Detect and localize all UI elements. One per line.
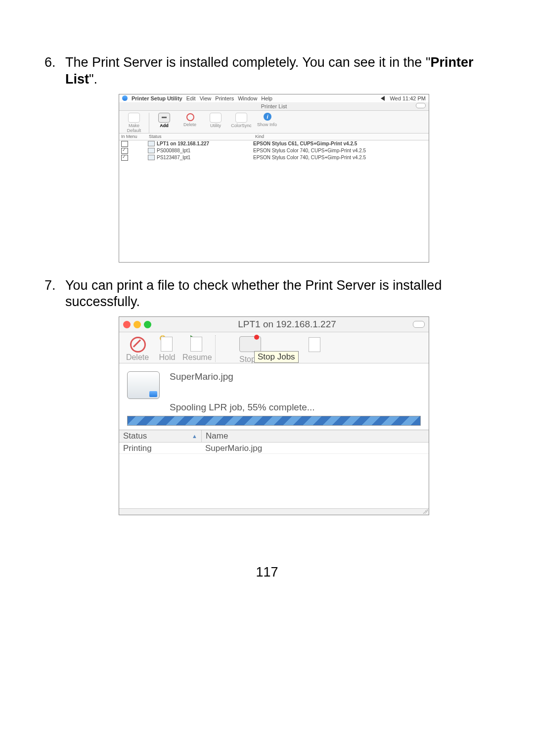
printer-icon [148,141,155,146]
cell-status: Printing [119,443,201,453]
menubar-clock: Wed 11:42 PM [390,95,426,101]
progress-fill [128,416,420,425]
menu-view[interactable]: View [200,95,212,101]
hold-label: Hold [153,353,181,362]
step-6-text-a: The Print Server is installed completely… [65,55,430,70]
hold-icon [153,335,181,353]
minimize-window-button[interactable] [134,321,141,328]
make-default-label: Make Default [127,123,141,133]
zoom-window-button[interactable] [144,321,151,328]
printer-row[interactable]: LPT1 on 192.168.1.227 EPSON Stylus C61, … [119,140,429,147]
table-header: Status ▲ Name [119,430,429,443]
delete-label: Delete [123,353,152,362]
printer-row[interactable]: PS123487_lpt1 EPSON Stylus Color 740, CU… [119,154,429,161]
utility-button[interactable]: Utility [204,113,227,133]
printer-row[interactable]: PS000888_lpt1 EPSON Stylus Color 740, CU… [119,147,429,154]
menu-printers[interactable]: Printers [215,95,234,101]
printer-name: PS123487_lpt1 [157,155,253,160]
col-status[interactable]: Status [149,133,255,140]
step-7: 7. You can print a file to check whether… [44,277,490,311]
add-printer-button[interactable]: Add [152,113,176,133]
resume-icon [182,335,211,353]
job-table: Status ▲ Name Printing SuperMario.jpg [119,430,429,508]
window-title-bar: Printer List [119,102,429,111]
col-status[interactable]: Status ▲ [119,430,202,442]
close-window-button[interactable] [123,321,131,328]
stop-jobs-tooltip: Stop Jobs [254,351,299,363]
resize-handle[interactable] [119,508,429,515]
in-menu-checkbox[interactable] [121,155,128,161]
delete-icon [123,335,152,353]
hold-job-button[interactable]: Hold [153,335,181,362]
step-6-text-c: ". [89,72,97,87]
menu-edit[interactable]: Edit [186,95,196,101]
stop-jobs-button[interactable]: Stop Jc Stop Jobs [239,335,299,362]
toolbar-toggle-button[interactable] [416,103,426,108]
menu-bar: Printer Setup Utility Edit View Printers… [119,94,429,103]
speaker-icon[interactable] [381,96,385,101]
info-icon [262,113,272,122]
printer-kind: EPSON Stylus C61, CUPS+Gimp-Print v4.2.5 [253,141,427,146]
menu-help[interactable]: Help [261,95,272,101]
progress-bar [127,416,421,426]
show-info-button[interactable]: Show Info [255,113,279,133]
col-in-menu[interactable]: In Menu [119,133,149,140]
delete-job-button[interactable]: Delete [123,335,152,362]
col-kind[interactable]: Kind [255,133,429,140]
column-headers: In Menu Status Kind [119,133,429,140]
printer-kind: EPSON Stylus Color 740, CUPS+Gimp-Print … [253,155,427,160]
page-number: 117 [44,565,490,580]
in-menu-checkbox[interactable] [121,148,128,154]
job-file-name: SuperMario.jpg [170,371,421,382]
toolbar-separator [215,335,235,362]
document-icon [300,335,329,362]
table-blank-area [119,453,429,508]
colorsync-icon [235,113,247,123]
cell-name: SuperMario.jpg [201,443,429,453]
toolbar: Make Default Add Delete Utility ColorSyn… [119,111,429,133]
col-name[interactable]: Name [202,430,429,442]
window-title: LPT1 on 192.168.1.227 [161,319,413,330]
job-toolbar: Delete Hold Resume Stop Jc Stop Jobs [119,332,429,363]
step-6: 6. The Print Server is installed complet… [44,54,490,88]
printer-image-icon [127,371,160,399]
step-7-number: 7. [44,277,65,311]
printer-rows: LPT1 on 192.168.1.227 EPSON Stylus C61, … [119,140,429,262]
printer-name: PS000888_lpt1 [157,148,253,153]
printer-list-window: Printer Setup Utility Edit View Printers… [119,94,429,263]
step-6-number: 6. [44,54,65,88]
current-job-panel: SuperMario.jpg Spooling LPR job, 55% com… [119,363,429,430]
title-bar: LPT1 on 192.168.1.227 [119,317,429,332]
printer-icon [148,148,155,153]
toolbar-toggle-button[interactable] [413,321,425,328]
delete-printer-button[interactable]: Delete [178,113,202,133]
delete-icon [184,113,195,122]
colorsync-button[interactable]: ColorSync [229,113,253,133]
make-default-button[interactable]: Make Default [122,113,146,133]
colorsync-label: ColorSync [231,123,252,128]
apple-menu-icon[interactable] [122,95,128,101]
add-label: Add [160,123,169,128]
show-info-label: Show Info [257,122,277,127]
utility-label: Utility [210,123,221,128]
window-title: Printer List [261,103,287,109]
step-7-text: You can print a file to check whether th… [65,277,490,311]
col-status-label: Status [123,431,147,441]
utility-icon [210,113,222,123]
sort-indicator-icon: ▲ [192,433,197,439]
resume-job-button[interactable]: Resume [182,335,211,362]
printer-name: LPT1 on 192.168.1.227 [157,141,253,146]
printer-icon [148,155,155,160]
print-job-window: LPT1 on 192.168.1.227 Delete Hold Resume… [119,316,429,515]
printer-kind: EPSON Stylus Color 740, CUPS+Gimp-Print … [253,148,427,153]
step-6-text: The Print Server is installed completely… [65,54,490,88]
stop-indicator-icon [254,335,259,340]
window-traffic-lights [123,321,151,328]
add-icon [158,113,170,123]
in-menu-checkbox[interactable] [121,141,128,147]
app-menu[interactable]: Printer Setup Utility [132,95,182,101]
job-status-text: Spooling LPR job, 55% complete... [170,402,421,413]
table-row[interactable]: Printing SuperMario.jpg [119,443,429,453]
resume-label: Resume [182,353,211,362]
menu-window[interactable]: Window [238,95,257,101]
